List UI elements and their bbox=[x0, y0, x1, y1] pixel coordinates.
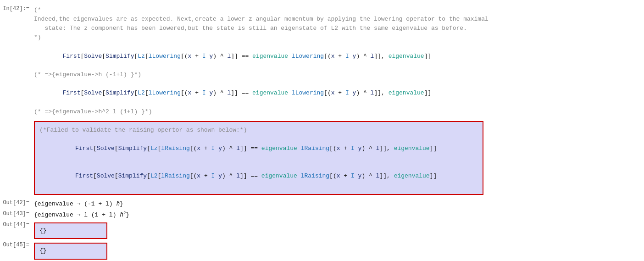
out43-text: {eigenvalue → l (1 + l) ℏ2} bbox=[34, 211, 129, 218]
cell-out44: Out[44]= {} bbox=[0, 221, 644, 241]
in42-comment-open: (* bbox=[34, 6, 642, 15]
cell-in42: In[42]:= (* Indeed,the eigenvalues are a… bbox=[0, 5, 644, 199]
in42-comment1: (* =>{eigenvalue->h (-1+l) }*) bbox=[34, 70, 642, 79]
out44-content: {} bbox=[32, 221, 644, 241]
out43-content: {eigenvalue → l (1 + l) ℏ2} bbox=[32, 210, 644, 221]
in42-text2: state: The z component has been lowered,… bbox=[34, 24, 642, 33]
in42-text1: Indeed,the eigenvalues are as expected. … bbox=[34, 15, 642, 24]
highlighted-block[interactable]: (*Failed to validate the raising opertor… bbox=[34, 121, 483, 195]
hl-comment: (*Failed to validate the raising opertor… bbox=[39, 126, 478, 135]
out45-label: Out[45]= bbox=[0, 241, 32, 261]
in42-comment2: (* =>{eigenvalue->h^2 l (1+l) }*) bbox=[34, 107, 642, 117]
out45-block: {} bbox=[34, 243, 107, 259]
out44-text: {} bbox=[39, 227, 47, 234]
hl-line1: First[Solve[Simplify[Lz[lRaising[(x + I … bbox=[39, 135, 478, 162]
out43-label: Out[43]= bbox=[0, 210, 32, 221]
out45-text: {} bbox=[39, 247, 47, 254]
hl-line2: First[Solve[Simplify[L2[lRaising[(x + I … bbox=[39, 162, 478, 190]
out42-text: {eigenvalue → (-1 + l) ℏ} bbox=[34, 200, 123, 207]
cell-out43: Out[43]= {eigenvalue → l (1 + l) ℏ2} bbox=[0, 210, 644, 221]
in42-line1: First[Solve[Simplify[Lz[lLowering[(x + I… bbox=[34, 43, 642, 70]
out45-content: {} bbox=[32, 241, 644, 261]
in42-content[interactable]: (* Indeed,the eigenvalues are as expecte… bbox=[32, 5, 644, 199]
out44-label: Out[44]= bbox=[0, 221, 32, 241]
in42-label: In[42]:= bbox=[0, 5, 32, 199]
in42-line2: First[Solve[Simplify[L2[lLowering[(x + I… bbox=[34, 79, 642, 107]
code-kw1: First bbox=[62, 53, 80, 60]
out44-block: {} bbox=[34, 222, 107, 239]
out42-label: Out[42]= bbox=[0, 199, 32, 210]
notebook: In[42]:= (* Indeed,the eigenvalues are a… bbox=[0, 5, 644, 261]
in42-comment-close: *) bbox=[34, 33, 642, 42]
cell-out45: Out[45]= {} bbox=[0, 241, 644, 261]
out42-content: {eigenvalue → (-1 + l) ℏ} bbox=[32, 199, 644, 210]
cell-out42: Out[42]= {eigenvalue → (-1 + l) ℏ} bbox=[0, 199, 644, 210]
